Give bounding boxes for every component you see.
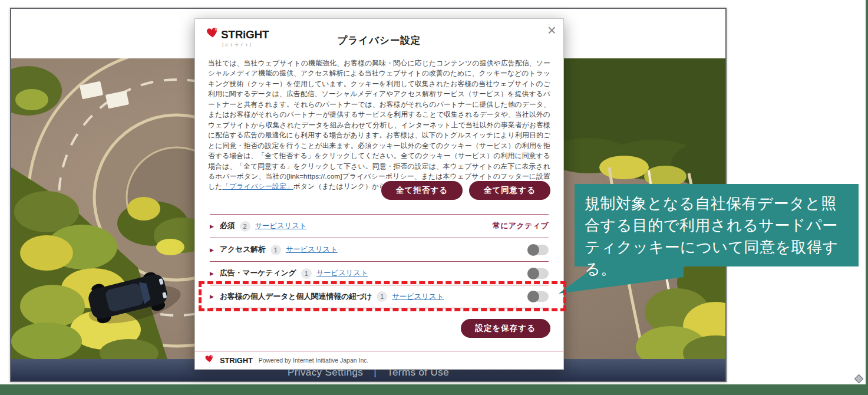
policy-text: 当社では、当社ウェブサイトの機能強化、お客様の興味・関心に応じたコンテンツの提供… xyxy=(208,59,550,190)
advertising-toggle-off[interactable] xyxy=(527,268,549,279)
analytics-toggle-off[interactable] xyxy=(527,245,549,255)
footer-brand-name: STRiGHT xyxy=(220,356,253,365)
powered-by-text: Powered by Internet Initiative Japan Inc… xyxy=(259,357,369,364)
slide-bottom-band xyxy=(0,384,868,395)
slide-canvas: Privacy Settings | Terms of Use STRiGHT … xyxy=(0,0,868,395)
category-label: 必須 xyxy=(220,221,235,231)
category-label: アクセス解析 xyxy=(220,245,266,255)
callout-text: 規制対象となる自社保有データと照合する目的で利用されるサードパーティクッキーにつ… xyxy=(585,195,839,278)
expand-arrow-icon[interactable]: ▶ xyxy=(210,271,214,276)
annotation-callout: 規制対象となる自社保有データと照合する目的で利用されるサードパーティクッキーにつ… xyxy=(575,184,859,266)
service-count-badge: 1 xyxy=(301,268,312,279)
reject-all-button[interactable]: 全て拒否する xyxy=(381,181,463,200)
service-count-badge: 1 xyxy=(270,245,281,255)
close-icon[interactable]: × xyxy=(547,22,556,38)
cookie-row-required[interactable]: ▶ 必須 2 サービスリスト 常にアクティブ xyxy=(210,214,549,238)
red-dashed-highlight-box xyxy=(199,281,566,311)
service-list-link[interactable]: サービスリスト xyxy=(316,268,368,278)
privacy-settings-modal: STRiGHT [ストライト] プライバシー設定 × 当社では、当社ウェブサイト… xyxy=(194,18,564,370)
accept-all-button[interactable]: 全て同意する xyxy=(469,181,550,200)
service-list-link[interactable]: サービスリスト xyxy=(255,221,307,231)
expand-arrow-icon[interactable]: ▶ xyxy=(210,247,214,253)
expand-arrow-icon[interactable]: ▶ xyxy=(210,223,214,229)
always-active-label: 常にアクティブ xyxy=(493,221,549,231)
service-list-link[interactable]: サービスリスト xyxy=(286,245,338,255)
privacy-settings-inline-link[interactable]: 「プライバシー設定」 xyxy=(222,182,293,190)
cookie-row-analytics[interactable]: ▶ アクセス解析 1 サービスリスト xyxy=(210,238,549,261)
save-settings-button[interactable]: 設定を保存する xyxy=(461,319,550,338)
rotate-handle-icon xyxy=(854,374,864,384)
modal-footer: STRiGHT Powered by Internet Initiative J… xyxy=(195,351,563,369)
slide-right-strip xyxy=(866,0,868,395)
heart-logo-icon xyxy=(204,355,214,366)
category-label: 広告・マーケティング xyxy=(220,268,296,278)
modal-title: プライバシー設定 xyxy=(195,34,563,47)
service-count-badge: 2 xyxy=(240,221,250,232)
privacy-policy-text: 当社では、当社ウェブサイトの機能強化、お客様の興味・関心に応じたコンテンツの提供… xyxy=(208,58,550,192)
